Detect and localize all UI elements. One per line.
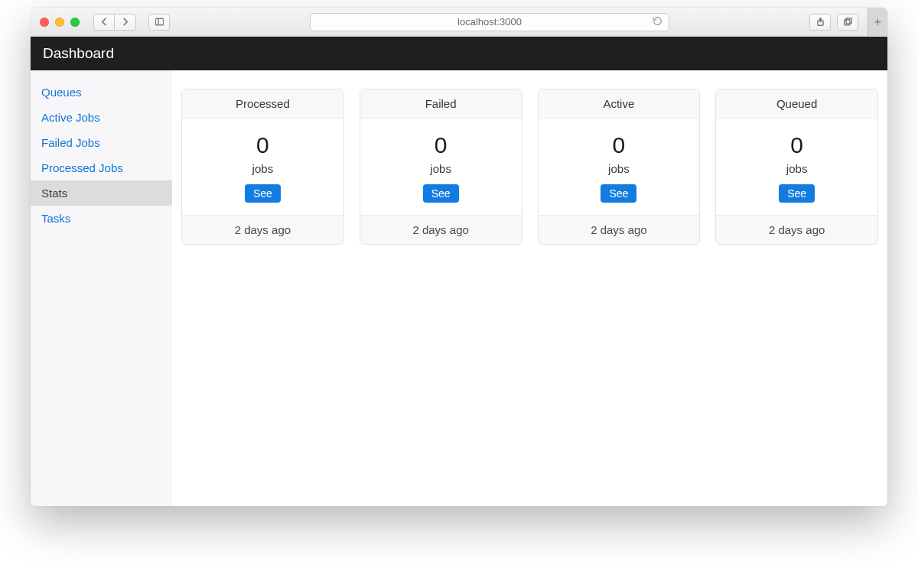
new-tab-button[interactable]: + xyxy=(868,8,887,37)
see-button[interactable]: See xyxy=(601,184,636,203)
card-title: Queued xyxy=(716,89,877,119)
stats-cards-row: Processed 0 jobs See 2 days ago Failed 0… xyxy=(181,89,878,245)
plus-icon: + xyxy=(874,15,881,29)
svg-rect-0 xyxy=(155,18,163,25)
sidebar: Queues Active Jobs Failed Jobs Processed… xyxy=(31,70,172,506)
svg-rect-4 xyxy=(844,20,849,25)
card-title: Active xyxy=(539,89,700,119)
back-button[interactable] xyxy=(93,14,115,31)
card-count: 0 xyxy=(724,132,870,158)
card-timestamp: 2 days ago xyxy=(716,215,877,244)
card-title: Failed xyxy=(360,89,522,119)
stat-card-queued: Queued 0 jobs See 2 days ago xyxy=(715,89,878,245)
minimize-window-button[interactable] xyxy=(55,18,64,27)
zoom-window-button[interactable] xyxy=(70,18,80,27)
address-text: localhost:3000 xyxy=(457,16,522,28)
window-controls xyxy=(38,18,80,27)
see-button[interactable]: See xyxy=(779,184,815,203)
sidebar-toggle-button[interactable] xyxy=(148,14,170,31)
chevron-left-icon xyxy=(100,18,109,26)
card-count: 0 xyxy=(190,132,336,158)
card-body: 0 jobs See xyxy=(360,119,522,215)
sidebar-item-label: Active Jobs xyxy=(41,111,100,124)
card-body: 0 jobs See xyxy=(182,119,343,215)
sidebar-icon xyxy=(155,18,164,26)
card-count: 0 xyxy=(546,132,692,158)
sidebar-item-stats[interactable]: Stats xyxy=(31,180,172,206)
close-window-button[interactable] xyxy=(40,18,49,27)
content-area: Processed 0 jobs See 2 days ago Failed 0… xyxy=(172,70,887,506)
stat-card-active: Active 0 jobs See 2 days ago xyxy=(538,89,701,245)
svg-rect-5 xyxy=(846,18,851,24)
see-button[interactable]: See xyxy=(423,184,459,203)
sidebar-item-queues[interactable]: Queues xyxy=(31,80,172,105)
reload-button[interactable] xyxy=(653,16,662,28)
stat-card-processed: Processed 0 jobs See 2 days ago xyxy=(181,89,344,245)
card-timestamp: 2 days ago xyxy=(360,215,522,244)
sidebar-item-tasks[interactable]: Tasks xyxy=(31,206,172,231)
sidebar-item-processed-jobs[interactable]: Processed Jobs xyxy=(31,155,172,180)
sidebar-item-failed-jobs[interactable]: Failed Jobs xyxy=(31,130,172,155)
card-jobs-label: jobs xyxy=(546,162,692,175)
app-body: Queues Active Jobs Failed Jobs Processed… xyxy=(31,70,887,506)
sidebar-item-label: Stats xyxy=(41,187,67,200)
browser-titlebar: localhost:3000 + xyxy=(31,8,887,37)
card-count: 0 xyxy=(368,132,514,158)
share-icon xyxy=(816,18,825,26)
chevron-right-icon xyxy=(121,18,129,26)
see-button[interactable]: See xyxy=(245,184,281,203)
tabs-button[interactable] xyxy=(837,14,858,31)
address-bar-wrap: localhost:3000 xyxy=(176,13,803,31)
sidebar-item-label: Failed Jobs xyxy=(41,136,100,149)
share-button[interactable] xyxy=(809,14,831,31)
card-jobs-label: jobs xyxy=(190,162,336,175)
app-title: Dashboard xyxy=(43,45,114,62)
toolbar-right: + xyxy=(809,14,880,31)
address-bar[interactable]: localhost:3000 xyxy=(310,13,669,31)
card-timestamp: 2 days ago xyxy=(539,215,700,244)
card-jobs-label: jobs xyxy=(368,162,514,175)
browser-window: localhost:3000 + xyxy=(31,8,887,506)
sidebar-item-label: Processed Jobs xyxy=(41,161,123,174)
sidebar-item-active-jobs[interactable]: Active Jobs xyxy=(31,105,172,130)
nav-back-forward xyxy=(93,14,136,31)
sidebar-item-label: Tasks xyxy=(41,212,70,225)
forward-button[interactable] xyxy=(115,14,136,31)
tabs-icon xyxy=(844,18,852,26)
card-jobs-label: jobs xyxy=(724,162,870,175)
app-navbar: Dashboard xyxy=(31,37,887,70)
card-body: 0 jobs See xyxy=(716,119,877,215)
reload-icon xyxy=(653,16,662,26)
card-timestamp: 2 days ago xyxy=(182,215,343,244)
stat-card-failed: Failed 0 jobs See 2 days ago xyxy=(360,89,522,245)
card-body: 0 jobs See xyxy=(539,119,700,215)
card-title: Processed xyxy=(182,89,343,119)
sidebar-item-label: Queues xyxy=(41,86,82,99)
